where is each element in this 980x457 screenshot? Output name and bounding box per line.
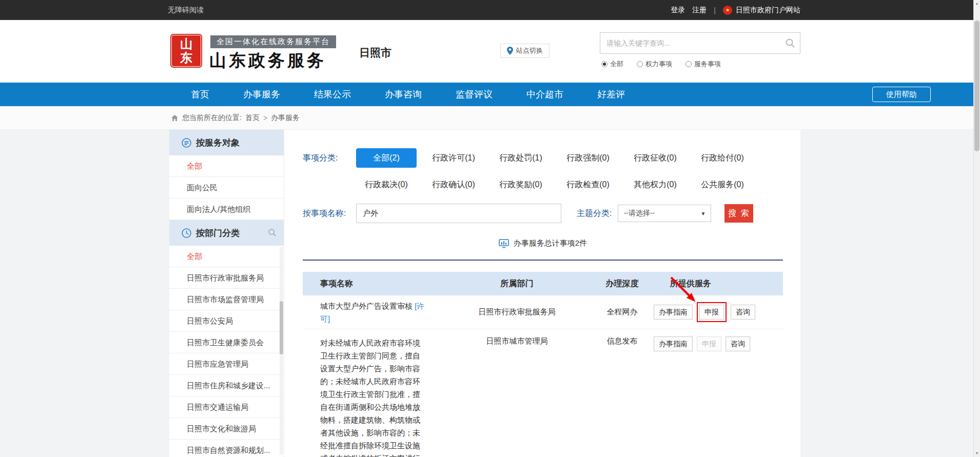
tab-administrative-ruling[interactable]: 行政裁决(0) xyxy=(356,175,417,194)
sidebar-item-dept-health[interactable]: 日照市卫生健康委员会 xyxy=(169,332,284,353)
item-name-text: 城市大型户外广告设置审核 xyxy=(320,302,413,310)
department-search-icon[interactable] xyxy=(268,228,277,240)
sidebar-item-dept-all[interactable]: 全部 xyxy=(169,246,284,267)
scroll-down-icon[interactable]: ▼ xyxy=(974,450,980,457)
sidebar-item-dept-emergency[interactable]: 日照市应急管理局 xyxy=(169,353,284,375)
tab-administrative-coercion[interactable]: 行政强制(0) xyxy=(558,148,618,168)
sidebar-item-dept-housing[interactable]: 日照市住房和城乡建设... xyxy=(169,375,284,396)
portal-link-label: 日照市政府门户网站 xyxy=(736,6,800,15)
item-depth-cell: 全程网办 xyxy=(593,307,652,317)
category-filter-label: 事项分类: xyxy=(303,148,356,194)
search-button[interactable]: 搜 索 xyxy=(724,204,753,223)
tab-administrative-inspection[interactable]: 行政检查(0) xyxy=(558,175,618,194)
apply-button[interactable]: 申报 xyxy=(699,305,724,320)
tab-public-services[interactable]: 公共服务(0) xyxy=(692,175,753,194)
tab-administrative-license[interactable]: 行政许可(1) xyxy=(423,148,484,168)
consult-button[interactable]: 咨询 xyxy=(731,305,755,320)
home-icon xyxy=(171,114,179,122)
tab-administrative-confirmation[interactable]: 行政确认(0) xyxy=(423,175,484,194)
guide-button[interactable]: 办事指南 xyxy=(654,305,693,320)
tab-administrative-reward[interactable]: 行政奖励(0) xyxy=(491,175,551,194)
site-switch-button[interactable]: 站点切换 xyxy=(500,44,550,58)
sidebar-item-dept-approval-bureau[interactable]: 日照市行政审批服务局 xyxy=(169,267,284,289)
item-services-cell: 办事指南 申报 咨询 xyxy=(652,336,783,351)
scroll-up-icon[interactable]: ▲ xyxy=(974,0,980,7)
annotation-highlight-box: 申报 xyxy=(697,302,727,322)
nav-item-rating[interactable]: 好差评 xyxy=(597,83,625,106)
guide-button[interactable]: 办事指南 xyxy=(654,336,693,351)
location-pin-icon xyxy=(507,47,513,55)
tab-other-powers[interactable]: 其他权力(0) xyxy=(625,175,685,194)
item-name-cell: 城市大型户外广告设置审核 [许可] xyxy=(303,300,441,325)
scope-all-radio[interactable]: 全部 xyxy=(601,59,623,69)
nav-item-results[interactable]: 结果公示 xyxy=(314,83,351,106)
nav-item-consult[interactable]: 办事咨询 xyxy=(385,83,422,106)
breadcrumb-separator: > xyxy=(263,114,267,122)
top-utility-bar: 无障碍阅读 登录 注册 | ★ 日照市政府门户网站 xyxy=(0,0,980,20)
nav-item-intermediary[interactable]: 中介超市 xyxy=(526,83,563,106)
item-name-cell: 对未经城市人民政府市容环境卫生行政主管部门同意，擅自设置大型户外广告，影响市容的… xyxy=(303,336,441,457)
department-list: 全部 日照市行政审批服务局 日照市市场监督管理局 日照市公安局 日照市卫生健康委… xyxy=(169,246,284,457)
nav-item-supervision[interactable]: 监督评议 xyxy=(456,83,493,106)
page-scrollbar[interactable]: ▲ ▼ xyxy=(973,0,980,457)
login-link[interactable]: 登录 xyxy=(671,6,685,15)
keyword-search-input[interactable] xyxy=(600,39,780,47)
scope-all-label: 全部 xyxy=(610,59,623,69)
apply-button-disabled: 申报 xyxy=(697,336,721,351)
site-switch-label: 站点切换 xyxy=(516,46,543,55)
breadcrumb-prefix: 您当前所在的位置: xyxy=(182,113,242,123)
register-link[interactable]: 注册 xyxy=(692,6,707,15)
nav-item-home[interactable]: 首页 xyxy=(191,83,209,106)
tab-administrative-payment[interactable]: 行政给付(0) xyxy=(692,148,753,168)
sidebar-header-service-object: 按服务对象 xyxy=(169,130,284,155)
topbar-separator: | xyxy=(714,6,716,14)
topic-category-select[interactable]: --请选择-- ▼ xyxy=(618,205,711,222)
shandong-seal-logo: 山 东 xyxy=(170,34,202,68)
sidebar-item-dept-culture-tourism[interactable]: 日照市文化和旅游局 xyxy=(169,418,284,440)
seal-char-2: 东 xyxy=(180,51,192,65)
sidebar-item-legal-persons[interactable]: 面向法人/其他组织 xyxy=(169,198,284,220)
consult-button[interactable]: 咨询 xyxy=(726,336,750,351)
portal-link[interactable]: ★ 日照市政府门户网站 xyxy=(723,6,800,15)
accessibility-link[interactable]: 无障碍阅读 xyxy=(168,6,204,15)
chevron-down-icon: ▼ xyxy=(701,211,706,216)
sidebar-item-object-all[interactable]: 全部 xyxy=(169,155,284,177)
scope-power-items-radio[interactable]: 权力事项 xyxy=(637,59,672,69)
sidebar-item-dept-market-regulation[interactable]: 日照市市场监督管理局 xyxy=(169,289,284,310)
sidebar-item-dept-transport[interactable]: 日照市交通运输局 xyxy=(169,396,284,418)
tab-administrative-penalty[interactable]: 行政处罚(1) xyxy=(491,148,551,168)
help-button[interactable]: 使用帮助 xyxy=(872,87,931,102)
sidebar-scrollbar-thumb[interactable] xyxy=(280,301,283,354)
radio-checked-icon xyxy=(601,61,607,67)
breadcrumb-current[interactable]: 办事服务 xyxy=(271,113,300,123)
page-scrollbar-thumb[interactable] xyxy=(974,21,979,151)
sidebar-title-service-object: 按服务对象 xyxy=(196,137,240,149)
platform-badge: 全国一体化在线政务服务平台 xyxy=(210,35,336,48)
seal-char-1: 山 xyxy=(180,37,192,51)
topic-select-value: --请选择-- xyxy=(623,209,655,218)
pie-circle-icon xyxy=(182,228,191,238)
breadcrumb-home-link[interactable]: 首页 xyxy=(245,113,260,123)
sidebar-item-citizens[interactable]: 面向公民 xyxy=(169,177,284,198)
list-circle-icon xyxy=(182,138,191,148)
item-name-input[interactable] xyxy=(356,204,561,223)
nav-item-services[interactable]: 办事服务 xyxy=(243,83,280,106)
col-header-department: 所属部门 xyxy=(441,279,593,289)
tab-all[interactable]: 全部(2) xyxy=(356,148,417,168)
site-header: 山 东 全国一体化在线政务服务平台 山东政务服务 日照市 站点切换 全部 权力事… xyxy=(0,20,980,83)
main-area: 事项分类: 全部(2) 行政许可(1) 行政处罚(1) 行政强制(0) 行政征收… xyxy=(284,130,800,457)
keyword-search-box xyxy=(600,32,800,54)
sidebar-item-dept-natural-resources[interactable]: 日照市自然资源和规划... xyxy=(169,440,284,457)
main-navigation: 首页 办事服务 结果公示 办事咨询 监督评议 中介超市 好差评 使用帮助 xyxy=(0,83,980,106)
item-department-cell: 日照市行政审批服务局 xyxy=(441,307,593,317)
radio-icon xyxy=(637,61,643,67)
table-top-divider xyxy=(303,260,783,261)
sidebar-item-dept-public-security[interactable]: 日照市公安局 xyxy=(169,310,284,332)
radio-icon xyxy=(685,61,692,67)
scope-service-items-radio[interactable]: 服务事项 xyxy=(685,59,721,69)
col-header-services: 所提供服务 xyxy=(652,279,783,289)
search-icon[interactable] xyxy=(780,33,800,53)
item-depth-cell: 信息发布 xyxy=(593,336,652,346)
sidebar-scrollbar[interactable] xyxy=(280,247,283,455)
tab-administrative-levy[interactable]: 行政征收(0) xyxy=(625,148,685,168)
